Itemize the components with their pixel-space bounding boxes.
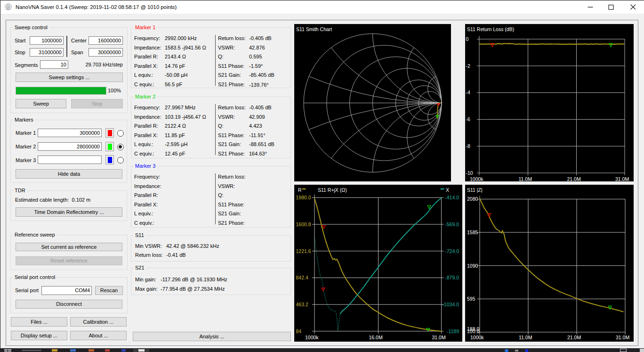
svg-text:1221.6: 1221.6 — [296, 248, 311, 254]
svg-text:-569.0: -569.0 — [445, 221, 459, 227]
svg-text:1980.0: 1980.0 — [296, 195, 311, 200]
svg-text:1585: 1585 — [467, 229, 478, 235]
svg-text:100.0: 100.0 — [467, 328, 479, 334]
svg-text:595: 595 — [467, 296, 475, 302]
svg-text:31.0M: 31.0M — [432, 335, 446, 340]
svg-text:1600.8: 1600.8 — [296, 221, 311, 227]
svg-text:R: R — [298, 187, 302, 193]
svg-text:-1189: -1189 — [447, 328, 459, 334]
svg-text:-8: -8 — [466, 143, 470, 149]
svg-text:-6: -6 — [466, 116, 470, 122]
svg-text:S11 Smith Chart: S11 Smith Chart — [296, 26, 332, 32]
svg-text:16.0M: 16.0M — [369, 335, 383, 340]
svg-text:2080: 2080 — [467, 196, 478, 202]
svg-text:1000k: 1000k — [305, 335, 319, 340]
svg-text:463.2: 463.2 — [296, 302, 308, 307]
svg-text:842.4: 842.4 — [296, 275, 308, 280]
svg-text:S11 |Z|: S11 |Z| — [467, 187, 483, 193]
svg-text:11.0M: 11.0M — [519, 335, 532, 340]
svg-text:-2: -2 — [466, 63, 470, 69]
svg-text:S11 R+jX (Ω): S11 R+jX (Ω) — [318, 187, 347, 193]
svg-text:-414.0: -414.0 — [445, 195, 459, 200]
svg-text:21.0M: 21.0M — [567, 335, 581, 340]
svg-text:21.0M: 21.0M — [567, 176, 581, 181]
svg-text:0: 0 — [466, 36, 469, 42]
svg-text:11.0M: 11.0M — [519, 176, 532, 181]
svg-text:1090: 1090 — [467, 263, 478, 269]
svg-text:1000k: 1000k — [470, 335, 484, 340]
svg-text:31.0M: 31.0M — [616, 335, 629, 340]
svg-text:X: X — [446, 187, 449, 193]
svg-text:1000k: 1000k — [470, 176, 483, 181]
svg-text:84: 84 — [296, 328, 302, 334]
svg-text:-879.0: -879.0 — [445, 275, 459, 280]
svg-text:31.0M: 31.0M — [615, 176, 629, 181]
svg-text:S11 Return Loss (dB): S11 Return Loss (dB) — [467, 26, 514, 32]
svg-text:-10: -10 — [466, 170, 473, 176]
svg-text:-4: -4 — [466, 90, 470, 95]
svg-text:-724.0: -724.0 — [445, 248, 459, 254]
svg-text:-1034.0: -1034.0 — [442, 302, 459, 307]
